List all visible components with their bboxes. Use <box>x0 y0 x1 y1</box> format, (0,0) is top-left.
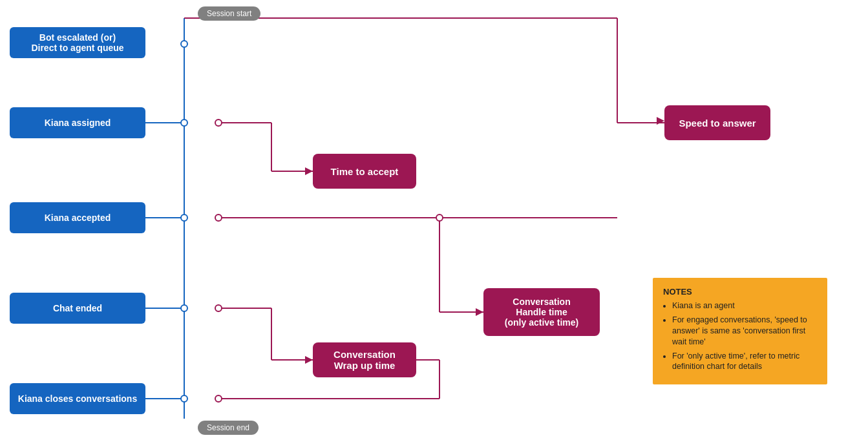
notes-title: NOTES <box>663 287 817 297</box>
event-kiana-assigned: Kiana assigned <box>10 107 145 138</box>
svg-marker-32 <box>657 117 664 125</box>
notes-list: Kiana is an agent For engaged conversati… <box>663 300 817 372</box>
svg-point-30 <box>181 395 187 402</box>
session-start-label: Session start <box>198 6 260 21</box>
svg-point-31 <box>215 395 222 402</box>
metric-conversation-handle-time: Conversation Handle time (only active ti… <box>483 288 600 336</box>
event-chat-ended: Chat ended <box>10 293 145 324</box>
metric-conversation-wrap-up: Conversation Wrap up time <box>313 342 416 377</box>
svg-point-25 <box>181 215 187 221</box>
svg-marker-34 <box>476 308 483 316</box>
svg-point-27 <box>436 215 443 221</box>
svg-marker-33 <box>305 167 313 175</box>
svg-point-22 <box>181 41 187 47</box>
event-kiana-closes: Kiana closes conversations <box>10 383 145 414</box>
svg-point-28 <box>181 305 187 311</box>
notes-item-1: Kiana is an agent <box>672 300 817 311</box>
event-bot-escalated: Bot escalated (or) Direct to agent queue <box>10 27 145 58</box>
session-end-label: Session end <box>198 421 259 435</box>
svg-point-23 <box>181 120 187 126</box>
metric-time-to-accept: Time to accept <box>313 154 416 189</box>
svg-point-29 <box>215 305 222 311</box>
svg-point-24 <box>215 120 222 126</box>
svg-point-26 <box>215 215 222 221</box>
notes-box: NOTES Kiana is an agent For engaged conv… <box>653 278 827 384</box>
event-kiana-accepted: Kiana accepted <box>10 202 145 233</box>
diagram-container: Session start Session end Bot escalated … <box>0 0 868 440</box>
metric-speed-to-answer: Speed to answer <box>664 105 770 140</box>
notes-item-3: For 'only active time', refer to metric … <box>672 351 817 373</box>
notes-item-2: For engaged conversations, 'speed to ans… <box>672 315 817 348</box>
svg-marker-35 <box>305 356 313 364</box>
